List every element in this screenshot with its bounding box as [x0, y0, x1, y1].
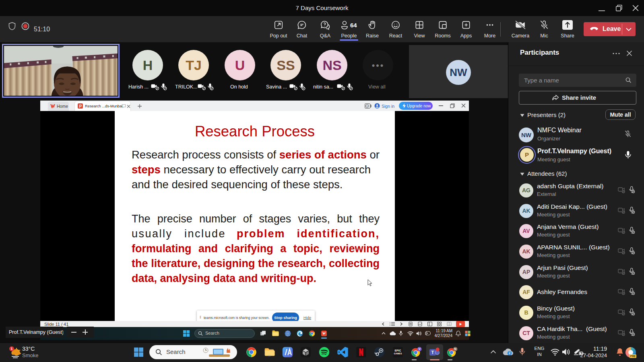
svg-text:V: V	[419, 348, 421, 351]
svg-text:GAMES: GAMES	[394, 352, 402, 355]
svg-text:PRE: PRE	[630, 355, 636, 358]
svg-text:N: N	[454, 348, 456, 351]
svg-text:1: 1	[366, 105, 368, 107]
svg-text:EPIC: EPIC	[395, 349, 401, 352]
svg-text:T: T	[431, 350, 434, 355]
svg-text:1: 1	[10, 347, 12, 351]
